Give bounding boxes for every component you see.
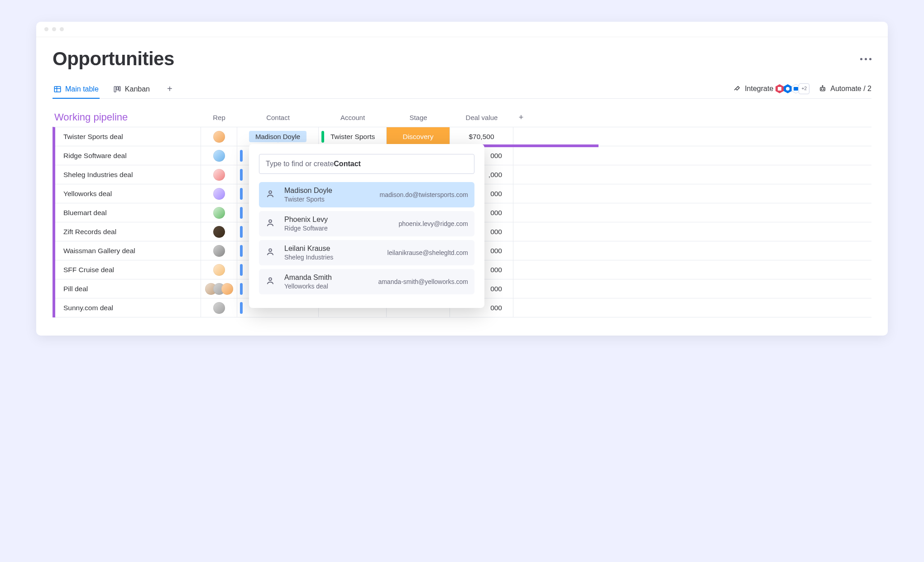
add-view-button[interactable]: + — [163, 84, 176, 96]
tab-kanban[interactable]: Kanban — [112, 82, 151, 99]
cell-rep[interactable] — [201, 241, 237, 260]
svg-point-9 — [786, 87, 790, 91]
svg-rect-7 — [778, 87, 781, 91]
cell-name[interactable]: SFF Cruise deal — [55, 260, 201, 279]
avatar — [213, 245, 225, 257]
svg-rect-11 — [794, 87, 798, 91]
tab-label: Kanban — [125, 85, 150, 93]
cell-blank — [513, 165, 529, 184]
cell-rep[interactable] — [201, 146, 237, 165]
cell-blank — [513, 260, 529, 279]
cell-name[interactable]: Zift Records deal — [55, 222, 201, 241]
page-title: Opportunities — [53, 48, 174, 70]
contact-link-bar[interactable] — [240, 207, 243, 219]
cell-rep[interactable] — [201, 279, 237, 298]
contact-option-name: Leilani Krause — [284, 245, 388, 253]
cell-name[interactable]: Yelloworks deal — [55, 184, 201, 203]
integration-more-badge[interactable]: +2 — [799, 83, 809, 94]
contact-option[interactable]: Leilani KrauseSheleg Industriesleilanikr… — [259, 240, 474, 265]
svg-point-20 — [269, 278, 272, 280]
col-header-account[interactable]: Account — [319, 114, 387, 121]
contact-search-input[interactable]: Type to find or create Contact — [259, 154, 474, 174]
kanban-icon — [113, 85, 121, 93]
avatar — [213, 207, 225, 219]
svg-rect-0 — [54, 86, 61, 92]
tab-main-table[interactable]: Main table — [53, 82, 100, 99]
contact-link-bar[interactable] — [240, 245, 243, 257]
svg-rect-4 — [116, 86, 118, 90]
contact-link-bar[interactable] — [240, 188, 243, 200]
contact-link-bar[interactable] — [240, 226, 243, 238]
page-menu-button[interactable] — [860, 58, 871, 60]
contact-option-name: Phoenix Levy — [284, 216, 398, 224]
contact-option-org: Ridge Software — [284, 225, 398, 232]
svg-point-19 — [269, 249, 272, 251]
search-placeholder-prefix: Type to find or create — [266, 160, 334, 168]
avatar — [213, 264, 225, 276]
automate-label: Automate / 2 — [830, 85, 871, 93]
person-icon — [265, 189, 284, 201]
cell-name[interactable]: Sunny.com deal — [55, 298, 201, 317]
add-column-button[interactable]: + — [513, 113, 529, 122]
person-icon — [265, 247, 284, 259]
svg-point-14 — [823, 88, 824, 89]
cell-name[interactable]: Sheleg Industries deal — [55, 165, 201, 184]
person-icon — [265, 276, 284, 288]
app-window: Opportunities Main table Kanban — [36, 22, 888, 336]
cell-stage[interactable]: Discovery — [387, 127, 450, 146]
contact-chip[interactable]: Madison Doyle — [249, 131, 306, 142]
svg-rect-5 — [119, 86, 120, 91]
cell-blank — [513, 203, 529, 222]
window-titlebar — [36, 22, 888, 37]
col-header-stage[interactable]: Stage — [387, 114, 450, 121]
window-control-dot — [44, 27, 48, 31]
window-control-dot — [52, 27, 56, 31]
cell-deal-value[interactable]: $70,500 — [450, 127, 513, 146]
group-name[interactable]: Working pipeline — [53, 111, 201, 123]
cell-name[interactable]: Pill deal — [55, 279, 201, 298]
cell-blank — [513, 184, 529, 203]
cell-rep[interactable] — [201, 298, 237, 317]
cell-rep[interactable] — [201, 165, 237, 184]
col-header-rep[interactable]: Rep — [201, 114, 237, 121]
cell-name[interactable]: Twister Sports deal — [55, 127, 201, 146]
plug-icon — [733, 85, 741, 93]
cell-blank — [513, 146, 529, 165]
cell-rep[interactable] — [201, 203, 237, 222]
cell-rep[interactable] — [201, 184, 237, 203]
group-header: Working pipeline Rep Contact Account Sta… — [53, 110, 871, 127]
contact-link-bar[interactable] — [240, 302, 243, 314]
contact-picker-popover: Type to find or create Contact Madison D… — [249, 144, 484, 308]
cell-contact[interactable]: Madison Doyle — [237, 127, 319, 146]
cell-name[interactable]: Ridge Software deal — [55, 146, 201, 165]
contact-link-bar[interactable] — [240, 169, 243, 181]
automate-button[interactable]: Automate / 2 — [819, 85, 871, 93]
cell-rep[interactable] — [201, 127, 237, 146]
robot-icon — [819, 85, 827, 93]
contact-option-email: leilanikrause@shelegltd.com — [388, 249, 468, 256]
cell-name[interactable]: Bluemart deal — [55, 203, 201, 222]
contact-link-bar[interactable] — [240, 283, 243, 295]
col-header-contact[interactable]: Contact — [237, 114, 319, 121]
cell-name[interactable]: Waissman Gallery deal — [55, 241, 201, 260]
cell-rep[interactable] — [201, 222, 237, 241]
integrate-label: Integrate — [745, 85, 773, 93]
cell-account[interactable]: Twister Sports — [319, 127, 387, 146]
contact-option-org: Yelloworks deal — [284, 283, 378, 290]
contact-option-name: Madison Doyle — [284, 187, 379, 195]
table-row[interactable]: Twister Sports dealMadison DoyleTwister … — [55, 127, 871, 146]
avatar — [213, 169, 225, 181]
svg-point-16 — [823, 85, 823, 86]
cell-blank — [513, 279, 529, 298]
integrate-button[interactable]: Integrate +2 — [733, 83, 809, 94]
contact-option[interactable]: Madison DoyleTwister Sportsmadison.do@tw… — [259, 182, 474, 207]
cell-blank — [513, 127, 529, 146]
col-header-deal[interactable]: Deal value — [450, 114, 513, 121]
stage-pill[interactable]: Discovery — [387, 127, 450, 146]
contact-option[interactable]: Amanda SmithYelloworks dealamanda-smith@… — [259, 269, 474, 294]
contact-link-bar[interactable] — [240, 264, 243, 276]
avatar — [213, 226, 225, 238]
cell-rep[interactable] — [201, 260, 237, 279]
contact-option[interactable]: Phoenix LevyRidge Softwarephoenix.levy@r… — [259, 211, 474, 236]
contact-link-bar[interactable] — [240, 150, 243, 162]
